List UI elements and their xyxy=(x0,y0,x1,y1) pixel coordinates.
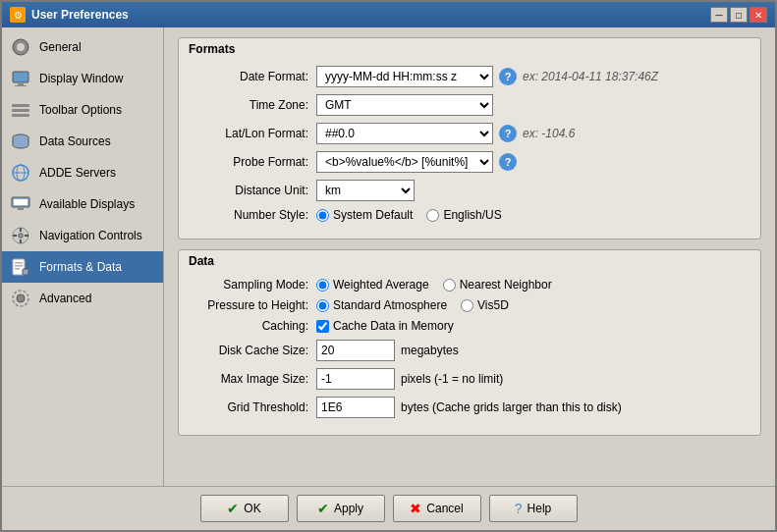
cancel-button[interactable]: ✖ Cancel xyxy=(393,495,481,522)
cache-data-memory[interactable]: Cache Data in Memory xyxy=(316,319,454,333)
sidebar-item-formats-data[interactable]: Formats & Data xyxy=(2,251,163,283)
max-image-label: Max Image Size: xyxy=(189,372,316,386)
help-button[interactable]: ? Help xyxy=(489,495,578,522)
sidebar-item-navigation-controls[interactable]: Navigation Controls xyxy=(2,220,163,251)
date-format-control: yyyy-MM-dd HH:mm:ss z ? ex: 2014-04-11 1… xyxy=(316,66,750,87)
sidebar-label-general: General xyxy=(39,40,82,54)
help-icon: ? xyxy=(515,501,523,516)
sampling-nearest-radio[interactable] xyxy=(443,279,456,292)
pressure-vis5d[interactable]: Vis5D xyxy=(461,298,509,312)
sampling-weighted-radio[interactable] xyxy=(316,279,329,292)
formats-section-body: Date Format: yyyy-MM-dd HH:mm:ss z ? ex:… xyxy=(179,60,760,239)
number-style-english-us[interactable]: English/US xyxy=(426,208,501,222)
pressure-standard[interactable]: Standard Atmosphere xyxy=(316,298,447,312)
window-icon: ⚙ xyxy=(10,7,26,23)
ok-button[interactable]: ✔ OK xyxy=(200,495,289,522)
distance-unit-control: km xyxy=(316,180,750,201)
probe-format-help-icon[interactable]: ? xyxy=(499,153,517,171)
number-style-system-default[interactable]: System Default xyxy=(316,208,413,222)
apply-label: Apply xyxy=(334,502,363,515)
ok-label: OK xyxy=(244,502,260,515)
grid-threshold-control: bytes (Cache grids larger than this to d… xyxy=(316,397,750,418)
sidebar-item-display-window[interactable]: Display Window xyxy=(2,63,163,94)
data-section-title: Data xyxy=(179,250,760,272)
sampling-mode-label: Sampling Mode: xyxy=(189,278,316,292)
svg-rect-23 xyxy=(15,265,23,267)
sidebar-label-nav: Navigation Controls xyxy=(39,229,142,242)
disk-cache-row: Disk Cache Size: megabytes xyxy=(189,340,750,361)
svg-rect-6 xyxy=(12,109,29,112)
window-title: User Preferences xyxy=(31,8,129,22)
number-style-english-radio[interactable] xyxy=(426,209,439,222)
sidebar-item-advanced[interactable]: Advanced xyxy=(2,283,163,314)
max-image-input[interactable] xyxy=(316,368,395,390)
number-style-system-radio[interactable] xyxy=(316,209,329,222)
sidebar-item-adde-servers[interactable]: ADDE Servers xyxy=(2,157,163,188)
date-format-example: ex: 2014-04-11 18:37:46Z xyxy=(523,70,658,83)
sidebar: General Display Window Toolbar Options D… xyxy=(2,27,164,486)
distance-unit-select[interactable]: km xyxy=(316,180,415,201)
disk-cache-suffix: megabytes xyxy=(401,344,459,357)
sidebar-label-display-window: Display Window xyxy=(39,72,123,85)
sidebar-item-available-displays[interactable]: Available Displays xyxy=(2,188,163,220)
apply-button[interactable]: ✔ Apply xyxy=(297,495,385,522)
caching-checkbox[interactable] xyxy=(316,320,329,333)
number-style-english-label: English/US xyxy=(443,208,501,222)
latlon-help-icon[interactable]: ? xyxy=(499,125,517,142)
sampling-nearest[interactable]: Nearest Neighbor xyxy=(443,278,552,292)
pressure-height-row: Pressure to Height: Standard Atmosphere … xyxy=(189,298,750,312)
sidebar-label-data-sources: Data Sources xyxy=(39,134,111,148)
sidebar-label-toolbar: Toolbar Options xyxy=(39,103,122,117)
sidebar-item-general[interactable]: General xyxy=(2,31,163,63)
formats-data-icon xyxy=(10,256,31,278)
timezone-control: GMT xyxy=(316,94,750,116)
svg-point-26 xyxy=(17,294,25,302)
date-format-select[interactable]: yyyy-MM-dd HH:mm:ss z xyxy=(316,66,493,87)
svg-rect-24 xyxy=(15,268,20,270)
probe-format-label: Probe Format: xyxy=(189,155,316,169)
general-icon xyxy=(10,36,31,58)
toolbar-icon xyxy=(10,99,31,121)
sidebar-label-available-displays: Available Displays xyxy=(39,197,135,211)
maximize-button[interactable]: □ xyxy=(730,7,748,23)
pressure-vis5d-radio[interactable] xyxy=(461,299,473,312)
sampling-mode-row: Sampling Mode: Weighted Average Nearest … xyxy=(189,278,750,292)
cancel-label: Cancel xyxy=(426,502,463,515)
svg-rect-14 xyxy=(18,208,24,210)
sampling-weighted[interactable]: Weighted Average xyxy=(316,278,429,292)
latlon-select[interactable]: ##0.0 xyxy=(316,123,493,144)
data-sources-icon xyxy=(10,131,31,152)
timezone-select[interactable]: GMT xyxy=(316,94,493,116)
svg-rect-4 xyxy=(15,85,27,86)
close-button[interactable]: ✕ xyxy=(749,7,767,23)
probe-format-select[interactable]: <b>%value%</b> [%unit%] xyxy=(316,151,493,173)
sampling-weighted-label: Weighted Average xyxy=(333,278,429,292)
svg-rect-2 xyxy=(13,72,28,82)
distance-unit-label: Distance Unit: xyxy=(189,184,316,197)
probe-format-control: <b>%value%</b> [%unit%] ? xyxy=(316,151,750,173)
sidebar-label-adde: ADDE Servers xyxy=(39,166,116,180)
sidebar-label-advanced: Advanced xyxy=(39,292,91,305)
sidebar-item-data-sources[interactable]: Data Sources xyxy=(2,126,163,157)
formats-section-title: Formats xyxy=(179,38,760,60)
pressure-height-label: Pressure to Height: xyxy=(189,298,316,312)
sidebar-label-formats: Formats & Data xyxy=(39,260,122,274)
pressure-standard-label: Standard Atmosphere xyxy=(333,298,447,312)
svg-rect-25 xyxy=(23,269,28,275)
svg-point-1 xyxy=(17,43,25,51)
max-image-control: pixels (-1 = no limit) xyxy=(316,368,750,390)
disk-cache-input[interactable] xyxy=(316,340,395,361)
minimize-button[interactable]: ─ xyxy=(710,7,728,23)
number-style-system-label: System Default xyxy=(333,208,413,222)
grid-threshold-input[interactable] xyxy=(316,397,395,418)
svg-rect-7 xyxy=(12,114,29,117)
sidebar-item-toolbar-options[interactable]: Toolbar Options xyxy=(2,94,163,126)
navigation-icon xyxy=(10,225,31,246)
pressure-standard-radio[interactable] xyxy=(316,299,329,312)
svg-rect-22 xyxy=(15,262,23,264)
caching-control: Cache Data in Memory xyxy=(316,319,750,333)
data-section: Data Sampling Mode: Weighted Average xyxy=(178,249,761,436)
date-format-help-icon[interactable]: ? xyxy=(499,68,517,85)
main-window: ⚙ User Preferences ─ □ ✕ General Display… xyxy=(0,0,777,532)
latlon-label: Lat/Lon Format: xyxy=(189,127,316,140)
